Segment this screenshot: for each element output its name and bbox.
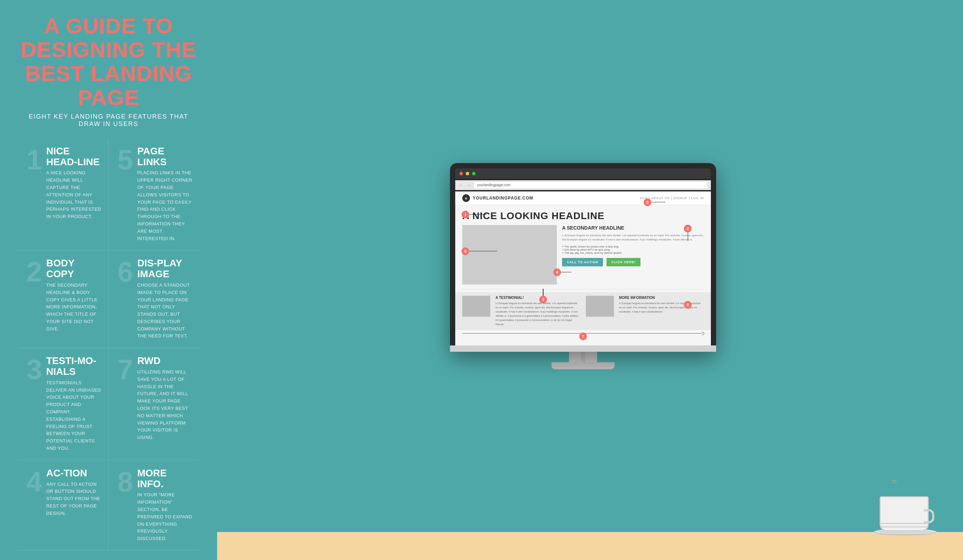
feature-number-4: 4 xyxy=(23,468,42,496)
bullet-item: The jay, pig, fox, zebra, and my wolves … xyxy=(562,251,704,254)
annotation-1: 1 xyxy=(462,211,487,218)
badge-7: 7 xyxy=(579,332,587,340)
feature-desc-5: Placing links in the upper right corner … xyxy=(137,169,195,242)
feature-desc-4: Any call to action or button should stan… xyxy=(46,481,103,517)
feature-item-2: 2 BODY COPY The secondary headline & bod… xyxy=(18,250,109,348)
testimonial-col: A TESTIMONIAL! Li Europan lingues es mem… xyxy=(496,296,580,327)
traffic-light-green xyxy=(472,172,475,175)
bullet-item: The quick, brown fox jumps over a lazy d… xyxy=(562,245,704,248)
site-logo: e yourlandingpage.com xyxy=(462,194,533,202)
feature-label-8: MORE INFO. xyxy=(137,468,195,490)
annotation-2: 2 xyxy=(684,225,692,241)
feature-number-6: 6 xyxy=(114,258,133,286)
url-text: yourlandingpage.com xyxy=(477,183,511,187)
feature-content-3: TESTI-MO-NIALS Testimonials deliver an u… xyxy=(46,356,103,452)
feature-content-4: AC-TION Any call to action or button sho… xyxy=(46,468,103,517)
feature-number-8: 8 xyxy=(114,468,133,496)
feature-desc-3: Testimonials deliver an unbiased voice a… xyxy=(46,379,103,452)
feature-item-6: 6 DIS-PLAY IMAGE Choose a standout image… xyxy=(109,250,199,348)
feature-number-2: 2 xyxy=(23,258,42,286)
annotation-6: 6 xyxy=(462,248,497,255)
cta-row: CALL TO ACTION CLICK HERE! xyxy=(562,258,704,266)
traffic-light-yellow xyxy=(466,172,469,175)
monitor-top-bar xyxy=(455,168,711,179)
feature-content-6: DIS-PLAY IMAGE Choose a standout image t… xyxy=(137,258,195,340)
more-info-title: MORE INFORMATION xyxy=(619,296,704,299)
feature-item-4: 4 AC-TION Any call to action or button s… xyxy=(18,460,109,550)
cup-handle xyxy=(924,509,934,523)
feature-content-8: MORE INFO. In your "more information" se… xyxy=(137,468,195,542)
feature-label-5: PAGE LINKS xyxy=(137,146,195,168)
feature-desc-2: The secondary headline & body copy gives… xyxy=(46,282,103,333)
monitor: ← → yourlandingpage.com e yourlandingpag… xyxy=(450,163,716,352)
site-footer-section: A TESTIMONIAL! Li Europan lingues es mem… xyxy=(455,292,711,330)
feature-item-1: 1 NICE HEAD-LINE A nice looking headline… xyxy=(18,138,109,251)
feature-number-3: 3 xyxy=(23,356,42,384)
annotation-4: 4 xyxy=(553,269,572,276)
logo-letter: e xyxy=(465,196,467,200)
badge-2: 2 xyxy=(684,225,692,232)
badge-1: 1 xyxy=(462,211,469,218)
url-bar[interactable]: yourlandingpage.com xyxy=(474,182,707,188)
feature-item-7: 7 RWD Utilizing RWD will save you a lot … xyxy=(109,348,199,460)
click-here-button[interactable]: CLICK HERE! xyxy=(606,258,640,266)
feature-content-7: RWD Utilizing RWD will save you a lot of… xyxy=(137,356,195,441)
feature-label-4: AC-TION xyxy=(46,468,103,479)
traffic-light-red xyxy=(459,172,463,175)
feature-item-8: 8 MORE INFO. In your "more information" … xyxy=(109,460,199,550)
badge-6: 6 xyxy=(462,248,469,255)
feature-desc-7: Utilizing RWD will save you a lot of has… xyxy=(137,369,195,441)
back-arrow-icon[interactable]: ← xyxy=(459,182,464,188)
browser-bar: ← → yourlandingpage.com xyxy=(455,180,711,190)
feature-label-1: NICE HEAD-LINE xyxy=(46,146,103,168)
testimonial-image xyxy=(462,296,490,317)
feature-desc-1: A nice looking headline will capture the… xyxy=(46,169,103,220)
website-content: e yourlandingpage.com FAO | ABOUT US | S… xyxy=(455,191,711,345)
body-copy: Li Europan lingues es membres del sam fa… xyxy=(562,233,704,243)
site-text-area: A SECONDARY HEADLINE Li Europan lingues … xyxy=(562,225,704,285)
forward-arrow-icon[interactable]: → xyxy=(467,182,471,188)
testimonial-title: A TESTIMONIAL! xyxy=(496,296,580,299)
feature-content-5: PAGE LINKS Placing links in the upper ri… xyxy=(137,146,195,243)
site-header: e yourlandingpage.com FAO | ABOUT US | S… xyxy=(455,191,711,205)
secondary-headline: A SECONDARY HEADLINE xyxy=(562,225,704,231)
feature-content-1: NICE HEAD-LINE A nice looking headline w… xyxy=(46,146,103,220)
feature-desc-6: Choose a standout image to place on your… xyxy=(137,282,195,340)
monitor-stand-neck xyxy=(569,352,597,362)
feature-desc-8: In your "more information" section, be p… xyxy=(137,491,195,542)
feature-item-3: 3 TESTI-MO-NIALS Testimonials deliver an… xyxy=(18,348,109,460)
site-headline: A NICE LOOKING HEADLINE xyxy=(455,205,711,223)
badge-5: 5 xyxy=(644,199,651,206)
bullet-list: The quick, brown fox jumps over a lazy d… xyxy=(562,245,704,254)
annotation-7: 7 xyxy=(579,332,587,340)
logo-url: yourlandingpage.com xyxy=(473,196,533,201)
feature-label-7: RWD xyxy=(137,356,195,366)
badge-4: 4 xyxy=(553,269,561,276)
divider xyxy=(462,289,704,290)
feature-label-3: TESTI-MO-NIALS xyxy=(46,356,103,377)
logo-icon: e xyxy=(462,194,470,202)
desktop-wrapper: ← → yourlandingpage.com e yourlandingpag… xyxy=(450,163,716,369)
more-info-col: MORE INFORMATION Li Europan lingues es m… xyxy=(619,296,704,327)
annotation-5: 5 xyxy=(644,199,665,206)
feature-item-5: 5 PAGE LINKS Placing links in the upper … xyxy=(109,138,199,251)
annotation-3: 3 xyxy=(539,289,547,303)
monitor-stand-base xyxy=(551,362,614,369)
left-panel: A Guide to Designing the Best Landing Pa… xyxy=(0,0,217,560)
cup-body xyxy=(880,496,929,531)
feature-content-2: BODY COPY The secondary headline & body … xyxy=(46,258,103,332)
feature-number-7: 7 xyxy=(114,356,133,384)
right-panel: ← → yourlandingpage.com e yourlandingpag… xyxy=(217,0,963,560)
badge-3: 3 xyxy=(539,296,547,303)
steam-icon: ≈ xyxy=(891,476,897,487)
desk-surface xyxy=(217,532,963,560)
more-info-image xyxy=(586,296,614,317)
feature-number-1: 1 xyxy=(23,146,42,174)
monitor-screen-bottom xyxy=(450,345,716,352)
bullet-item: DJs flock by when MTV ax quiz prog. xyxy=(562,248,704,251)
subtitle: Eight Key Landing Page Features That Dra… xyxy=(18,113,199,128)
feature-number-5: 5 xyxy=(114,146,133,174)
cta-button[interactable]: CALL TO ACTION xyxy=(562,258,603,266)
badge-8: 8 xyxy=(684,301,692,309)
coffee-cup-area: ≈ xyxy=(872,476,942,539)
